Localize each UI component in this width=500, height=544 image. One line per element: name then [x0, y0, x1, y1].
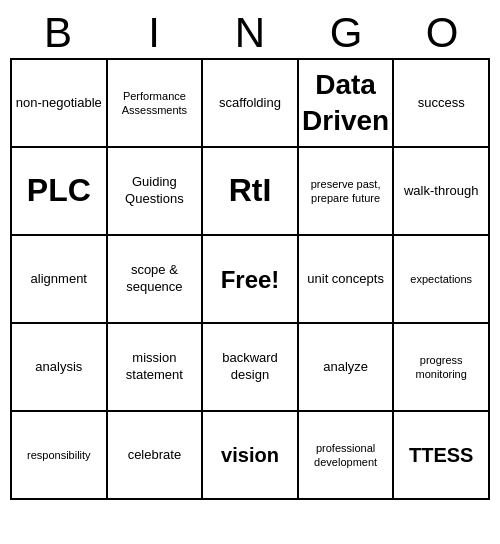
- cell-r2-c4: expectations: [394, 236, 490, 324]
- bingo-card: BINGO non-negotiablePerformance Assessme…: [10, 8, 490, 500]
- cell-r1-c0: PLC: [12, 148, 108, 236]
- cell-text-r1-c3: preserve past, prepare future: [302, 177, 390, 206]
- cell-text-r3-c2: backward design: [206, 350, 294, 384]
- cell-text-r4-c0: responsibility: [27, 448, 91, 462]
- cell-r1-c1: Guiding Questions: [108, 148, 204, 236]
- cell-r0-c1: Performance Assessments: [108, 60, 204, 148]
- header-letter-N: N: [202, 8, 298, 58]
- cell-r0-c2: scaffolding: [203, 60, 299, 148]
- cell-text-r1-c1: Guiding Questions: [111, 174, 199, 208]
- cell-text-r2-c4: expectations: [410, 272, 472, 286]
- cell-text-r1-c0: PLC: [27, 170, 91, 212]
- cell-text-r3-c1: mission statement: [111, 350, 199, 384]
- cell-text-r0-c2: scaffolding: [219, 95, 281, 112]
- cell-r4-c3: professional development: [299, 412, 395, 500]
- bingo-grid: non-negotiablePerformance Assessmentssca…: [10, 58, 490, 500]
- cell-text-r3-c4: progress monitoring: [397, 353, 485, 382]
- cell-text-r0-c4: success: [418, 95, 465, 112]
- cell-text-r4-c3: professional development: [302, 441, 390, 470]
- cell-text-r2-c1: scope & sequence: [111, 262, 199, 296]
- cell-text-r0-c1: Performance Assessments: [111, 89, 199, 118]
- cell-r2-c0: alignment: [12, 236, 108, 324]
- header-letter-G: G: [298, 8, 394, 58]
- cell-r3-c2: backward design: [203, 324, 299, 412]
- cell-r3-c4: progress monitoring: [394, 324, 490, 412]
- cell-r0-c0: non-negotiable: [12, 60, 108, 148]
- cell-r4-c1: celebrate: [108, 412, 204, 500]
- cell-r1-c3: preserve past, prepare future: [299, 148, 395, 236]
- header-letter-B: B: [10, 8, 106, 58]
- cell-text-r2-c3: unit concepts: [307, 271, 384, 288]
- cell-text-r3-c0: analysis: [35, 359, 82, 376]
- cell-r3-c3: analyze: [299, 324, 395, 412]
- cell-text-r4-c4: TTESS: [409, 442, 473, 468]
- cell-r1-c2: RtI: [203, 148, 299, 236]
- cell-text-r1-c4: walk-through: [404, 183, 478, 200]
- cell-r2-c1: scope & sequence: [108, 236, 204, 324]
- cell-text-r0-c0: non-negotiable: [16, 95, 102, 112]
- cell-r0-c3: Data Driven: [299, 60, 395, 148]
- cell-r4-c4: TTESS: [394, 412, 490, 500]
- cell-text-r4-c2: vision: [221, 442, 279, 468]
- cell-text-r4-c1: celebrate: [128, 447, 181, 464]
- cell-r3-c0: analysis: [12, 324, 108, 412]
- cell-r4-c2: vision: [203, 412, 299, 500]
- bingo-header: BINGO: [10, 8, 490, 58]
- cell-r0-c4: success: [394, 60, 490, 148]
- cell-text-r2-c0: alignment: [31, 271, 87, 288]
- header-letter-I: I: [106, 8, 202, 58]
- cell-r3-c1: mission statement: [108, 324, 204, 412]
- cell-text-r3-c3: analyze: [323, 359, 368, 376]
- cell-r2-c2: Free!: [203, 236, 299, 324]
- cell-text-r0-c3: Data Driven: [302, 67, 390, 140]
- cell-r1-c4: walk-through: [394, 148, 490, 236]
- cell-text-r2-c2: Free!: [221, 264, 280, 295]
- cell-r2-c3: unit concepts: [299, 236, 395, 324]
- header-letter-O: O: [394, 8, 490, 58]
- cell-r4-c0: responsibility: [12, 412, 108, 500]
- cell-text-r1-c2: RtI: [229, 170, 272, 212]
